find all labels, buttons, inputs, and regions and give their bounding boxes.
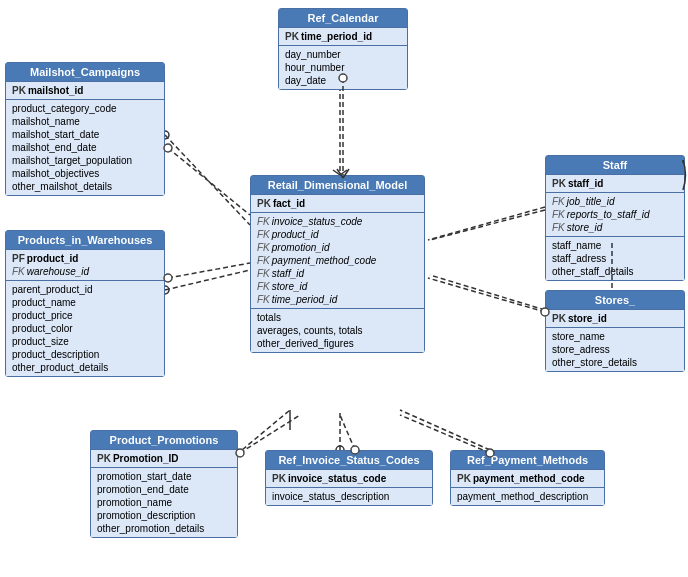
- entity-mailshot-header: Mailshot_Campaigns: [6, 63, 164, 82]
- svg-line-15: [400, 410, 490, 450]
- entity-ref-payment: Ref_Payment_Methods PKpayment_method_cod…: [450, 450, 605, 506]
- entity-row: promotion_end_date: [91, 483, 237, 496]
- entity-row: PKstore_id: [546, 312, 684, 325]
- entity-row: PKinvoice_status_code: [266, 472, 432, 485]
- entity-row: invoice_status_description: [266, 490, 432, 503]
- svg-line-31: [340, 415, 355, 450]
- entity-row: other_product_details: [6, 361, 164, 374]
- entity-staff-header: Staff: [546, 156, 684, 175]
- entity-row: staff_adress: [546, 252, 684, 265]
- svg-line-6: [165, 270, 250, 290]
- diagram-container: Ref_Calendar PKtime_period_id day_number…: [0, 0, 688, 577]
- svg-line-10: [430, 275, 545, 310]
- entity-row: staff_name: [546, 239, 684, 252]
- entity-row: mailshot_objectives: [6, 167, 164, 180]
- svg-line-20: [168, 148, 250, 215]
- entity-row: mailshot_name: [6, 115, 164, 128]
- entity-row: PKpayment_method_code: [451, 472, 604, 485]
- entity-row: hour_number: [279, 61, 407, 74]
- entity-row: totals: [251, 311, 424, 324]
- entity-retail-dimensional: Retail_Dimensional_Model PKfact_id FKinv…: [250, 175, 425, 353]
- entity-row: mailshot_start_date: [6, 128, 164, 141]
- entity-row: mailshot_end_date: [6, 141, 164, 154]
- entity-promotions-header: Product_Promotions: [91, 431, 237, 450]
- entity-row: other_staff_details: [546, 265, 684, 278]
- entity-row: payment_method_description: [451, 490, 604, 503]
- entity-products-header: Products_in_Warehouses: [6, 231, 164, 250]
- entity-row: FKtime_period_id: [251, 293, 424, 306]
- entity-row: PKtime_period_id: [279, 30, 407, 43]
- svg-line-4: [165, 135, 250, 225]
- entity-row: promotion_start_date: [91, 470, 237, 483]
- entity-payment-header: Ref_Payment_Methods: [451, 451, 604, 470]
- entity-row: other_mailshot_details: [6, 180, 164, 193]
- entity-product-promotions: Product_Promotions PKPromotion_ID promot…: [90, 430, 238, 538]
- entity-ref-invoice: Ref_Invoice_Status_Codes PKinvoice_statu…: [265, 450, 433, 506]
- entity-row: parent_product_id: [6, 283, 164, 296]
- svg-line-33: [400, 415, 490, 453]
- entity-staff: Staff PKstaff_id FKjob_title_id FKreport…: [545, 155, 685, 281]
- entity-row: PKstaff_id: [546, 177, 684, 190]
- svg-point-23: [164, 274, 172, 282]
- entity-row: other_store_details: [546, 356, 684, 369]
- entity-row: day_number: [279, 48, 407, 61]
- entity-row: PKPromotion_ID: [91, 452, 237, 465]
- entity-row: FKinvoice_status_code: [251, 215, 424, 228]
- entity-row: promotion_description: [91, 509, 237, 522]
- svg-line-8: [430, 210, 545, 240]
- entity-row: promotion_name: [91, 496, 237, 509]
- entity-products-warehouses: Products_in_Warehouses PFproduct_id FKwa…: [5, 230, 165, 377]
- entity-row: averages, counts, totals: [251, 324, 424, 337]
- entity-invoice-header: Ref_Invoice_Status_Codes: [266, 451, 432, 470]
- svg-line-29: [240, 415, 300, 453]
- entity-row: product_color: [6, 322, 164, 335]
- entity-row: PKfact_id: [251, 197, 424, 210]
- svg-point-21: [164, 144, 172, 152]
- entity-ref-calendar-header: Ref_Calendar: [279, 9, 407, 28]
- entity-row: product_price: [6, 309, 164, 322]
- entity-row: other_derived_figures: [251, 337, 424, 350]
- entity-row: FKstore_id: [546, 221, 684, 234]
- entity-row: PKmailshot_id: [6, 84, 164, 97]
- svg-line-22: [168, 263, 250, 278]
- entity-row: FKwarehouse_id: [6, 265, 164, 278]
- svg-line-26: [428, 278, 545, 312]
- entity-row: PFproduct_id: [6, 252, 164, 265]
- entity-row: store_name: [546, 330, 684, 343]
- entity-row: product_name: [6, 296, 164, 309]
- entity-stores-header: Stores_: [546, 291, 684, 310]
- entity-row: FKreports_to_staff_id: [546, 208, 684, 221]
- entity-row: product_description: [6, 348, 164, 361]
- entity-retail-header: Retail_Dimensional_Model: [251, 176, 424, 195]
- entity-row: FKstaff_id: [251, 267, 424, 280]
- entity-row: FKpromotion_id: [251, 241, 424, 254]
- svg-line-24: [428, 207, 545, 240]
- entity-row: other_promotion_details: [91, 522, 237, 535]
- entity-mailshot-campaigns: Mailshot_Campaigns PKmailshot_id product…: [5, 62, 165, 196]
- entity-row: product_category_code: [6, 102, 164, 115]
- entity-row: day_date: [279, 74, 407, 87]
- entity-row: FKstore_id: [251, 280, 424, 293]
- entity-ref-calendar: Ref_Calendar PKtime_period_id day_number…: [278, 8, 408, 90]
- entity-row: store_adress: [546, 343, 684, 356]
- entity-row: product_size: [6, 335, 164, 348]
- entity-row: mailshot_target_population: [6, 154, 164, 167]
- entity-row: FKpayment_method_code: [251, 254, 424, 267]
- entity-stores: Stores_ PKstore_id store_name store_adre…: [545, 290, 685, 372]
- entity-row: FKproduct_id: [251, 228, 424, 241]
- entity-row: FKjob_title_id: [546, 195, 684, 208]
